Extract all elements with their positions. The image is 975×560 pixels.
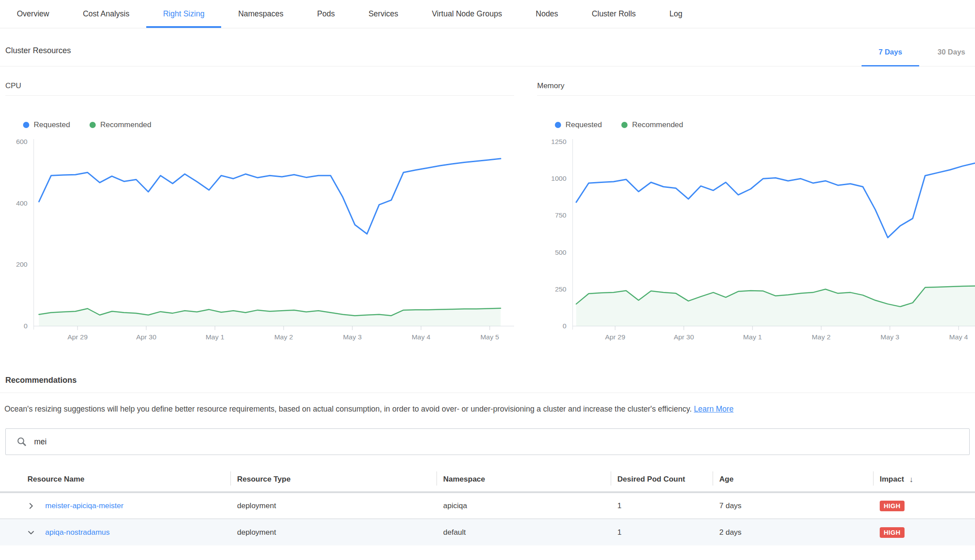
svg-text:1250: 1250 [551, 138, 567, 145]
tab-services[interactable]: Services [351, 0, 415, 28]
tab-namespaces[interactable]: Namespaces [221, 0, 300, 28]
svg-text:0: 0 [23, 322, 27, 330]
tab-virtual-node-groups[interactable]: Virtual Node Groups [415, 0, 519, 28]
svg-text:200: 200 [16, 261, 27, 268]
memory-chart-legend: Requested Recommended [555, 121, 975, 129]
legend-recommended-label: Recommended [632, 121, 683, 129]
recommendations-description: Ocean's resizing suggestions will help y… [4, 404, 970, 414]
impact-cell: HIGH [873, 527, 975, 538]
legend-recommended-label: Recommended [100, 121, 151, 129]
svg-text:May 5: May 5 [480, 333, 499, 341]
search-input[interactable] [34, 437, 969, 447]
col-age[interactable]: Age [713, 467, 873, 491]
sort-descending-icon[interactable]: ↓ [909, 475, 913, 484]
age-cell: 7 days [713, 502, 873, 510]
charts-row: CPU Requested Recommended 0200400600Apr … [5, 82, 975, 344]
svg-text:Apr 30: Apr 30 [674, 333, 694, 341]
namespace-cell: default [437, 528, 611, 537]
search-icon [16, 436, 27, 447]
memory-chart-title: Memory [537, 82, 975, 96]
impact-cell: HIGH [873, 501, 975, 511]
desired-pod-count-cell: 1 [611, 502, 713, 510]
resource-name-link[interactable]: apiqa-nostradamus [45, 528, 110, 537]
col-impact-label: Impact [880, 475, 904, 484]
svg-text:Apr 29: Apr 29 [605, 333, 625, 341]
resource-type-cell: deployment [230, 502, 437, 510]
namespace-cell: apiciqa [437, 502, 611, 510]
recommendations-table: Resource Name Resource Type Namespace De… [0, 467, 975, 545]
table-row: meister-apiciqa-meister deployment apici… [0, 493, 975, 519]
svg-text:May 3: May 3 [881, 333, 899, 341]
col-resource-type[interactable]: Resource Type [230, 467, 437, 491]
svg-text:250: 250 [555, 285, 566, 293]
memory-line-chart: 025050075010001250Apr 29Apr 30May 1May 2… [537, 131, 975, 344]
svg-text:Apr 30: Apr 30 [136, 333, 156, 341]
legend-item-requested: Requested [555, 121, 602, 129]
legend-item-requested: Requested [23, 121, 70, 129]
cpu-chart-legend: Requested Recommended [23, 121, 514, 129]
svg-text:May 2: May 2 [274, 333, 293, 341]
chevron-right-icon[interactable] [27, 502, 35, 509]
svg-text:May 1: May 1 [743, 333, 762, 341]
cpu-chart-panel: CPU Requested Recommended 0200400600Apr … [5, 82, 514, 344]
recommendations-description-text: Ocean's resizing suggestions will help y… [4, 404, 694, 413]
svg-text:May 4: May 4 [949, 333, 968, 341]
resource-name-cell: meister-apiciqa-meister [5, 502, 230, 510]
cluster-resources-header: Cluster Resources 7 Days 30 Days [0, 28, 975, 66]
svg-text:May 4: May 4 [412, 333, 431, 341]
tab-log[interactable]: Log [653, 0, 699, 28]
tab-cost-analysis[interactable]: Cost Analysis [66, 0, 146, 28]
top-nav: Overview Cost Analysis Right Sizing Name… [0, 0, 975, 28]
cpu-chart-title: CPU [5, 82, 514, 96]
legend-item-recommended: Recommended [90, 121, 151, 129]
range-7-days[interactable]: 7 Days [874, 48, 906, 66]
chevron-down-icon[interactable] [27, 529, 35, 536]
col-desired-pod-count[interactable]: Desired Pod Count [611, 467, 713, 491]
table-header-row: Resource Name Resource Type Namespace De… [0, 467, 975, 493]
tab-pods[interactable]: Pods [300, 0, 352, 28]
requested-dot-icon [23, 122, 29, 128]
svg-text:May 3: May 3 [343, 333, 362, 341]
desired-pod-count-cell: 1 [611, 528, 713, 537]
resource-type-cell: deployment [230, 528, 437, 537]
resource-name-link[interactable]: meister-apiciqa-meister [45, 502, 124, 510]
table-row: apiqa-nostradamus deployment default 1 2… [0, 519, 975, 545]
svg-text:500: 500 [555, 249, 566, 256]
svg-text:600: 600 [16, 138, 27, 145]
col-impact[interactable]: Impact↓ [873, 467, 975, 491]
svg-text:Apr 29: Apr 29 [67, 333, 88, 341]
requested-dot-icon [555, 122, 561, 128]
recommended-dot-icon [90, 122, 96, 128]
search-box [5, 428, 970, 455]
legend-requested-label: Requested [34, 121, 70, 129]
tab-overview[interactable]: Overview [0, 0, 66, 28]
impact-high-badge: HIGH [880, 501, 905, 511]
svg-text:0: 0 [562, 322, 566, 330]
cluster-resources-title: Cluster Resources [5, 46, 71, 66]
col-resource-name[interactable]: Resource Name [5, 467, 230, 491]
impact-high-badge: HIGH [880, 527, 905, 538]
svg-text:May 2: May 2 [812, 333, 831, 341]
legend-requested-label: Requested [566, 121, 602, 129]
svg-text:1000: 1000 [551, 175, 567, 182]
recommendations-title: Recommendations [0, 376, 975, 393]
range-30-days[interactable]: 30 Days [933, 48, 970, 66]
time-range-toggle: 7 Days 30 Days [847, 48, 970, 66]
svg-text:750: 750 [555, 211, 566, 219]
resource-name-cell: apiqa-nostradamus [5, 528, 230, 537]
legend-item-recommended: Recommended [621, 121, 683, 129]
recommended-dot-icon [621, 122, 628, 128]
col-namespace[interactable]: Namespace [437, 467, 611, 491]
age-cell: 2 days [713, 528, 873, 537]
memory-chart-panel: Memory Requested Recommended 02505007501… [537, 82, 975, 344]
svg-text:May 1: May 1 [206, 333, 224, 341]
cpu-line-chart: 0200400600Apr 29Apr 30May 1May 2May 3May… [5, 131, 514, 344]
tab-right-sizing[interactable]: Right Sizing [146, 0, 221, 28]
svg-text:400: 400 [16, 199, 27, 207]
learn-more-link[interactable]: Learn More [694, 404, 734, 413]
tab-nodes[interactable]: Nodes [519, 0, 575, 28]
tab-cluster-rolls[interactable]: Cluster Rolls [575, 0, 652, 28]
